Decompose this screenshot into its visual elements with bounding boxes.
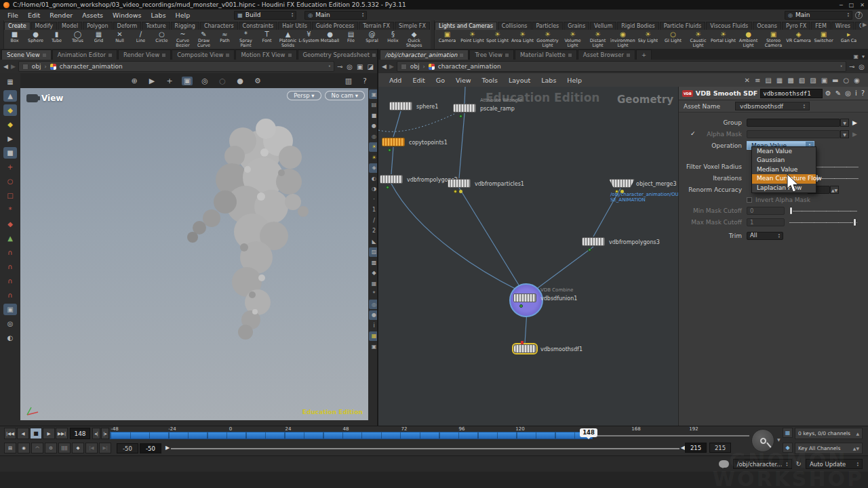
network-menu-item[interactable]: Labs [536, 77, 561, 84]
audio-button[interactable]: ◉ [18, 443, 30, 453]
dropdown-menu-item[interactable]: Gaussian [752, 156, 816, 165]
flipbook-icon[interactable]: ▦ [783, 428, 793, 438]
pin-icon[interactable]: ⊸ [849, 63, 854, 70]
radial-menu-icon[interactable]: ◎ [347, 63, 353, 70]
update-mode-combo[interactable]: Auto Update ▴▾ [806, 459, 863, 469]
menu-item[interactable]: Help [171, 12, 195, 19]
info-icon[interactable]: i [855, 89, 857, 97]
brush-icon[interactable]: ✎ [835, 89, 841, 97]
shelf-tool[interactable]: ▲Platonic Solids [277, 30, 298, 49]
snapshot-gallery-icon[interactable]: ▤ [369, 100, 377, 110]
path-root[interactable]: obj [410, 63, 420, 70]
paint-tool-icon[interactable]: ▲ [3, 232, 17, 244]
key-button[interactable] [751, 429, 774, 452]
vectors-icon[interactable]: 2 [369, 226, 377, 236]
shelf-tab[interactable]: Lights and Cameras [435, 22, 497, 30]
select-tool-icon[interactable]: ▶ [146, 77, 157, 85]
zoom-select-icon[interactable]: ◎ [199, 77, 210, 85]
soft-magnet-icon[interactable]: ∩ [3, 247, 17, 258]
pane-tab[interactable]: Tree View [469, 49, 514, 60]
shelf-tab[interactable]: Pyro FX [782, 22, 810, 30]
shelf-tool[interactable]: ≈Path [214, 30, 235, 49]
net-image-icon[interactable]: ▧ [799, 77, 805, 84]
alpha-mask-chooser-icon[interactable]: ▶ [852, 131, 857, 138]
max-mask-cutoff-input[interactable]: 1 [747, 218, 785, 226]
next-frame-button[interactable]: |▸ [101, 428, 109, 439]
playhead[interactable]: 148 [580, 428, 597, 437]
shelf-tool[interactable]: /Line [130, 30, 151, 49]
shelf-tool[interactable]: ▤File [340, 30, 361, 49]
node-body[interactable] [582, 237, 605, 246]
tab-close-icon[interactable] [568, 54, 572, 57]
net-enter-icon[interactable]: ◉ [854, 77, 860, 84]
shelf-tool[interactable]: ◉Environment Light [610, 30, 635, 49]
network-menu-item[interactable]: Edit [407, 77, 430, 84]
shelf-tab[interactable]: Constraints [239, 22, 278, 30]
shelf-tab[interactable]: Particles [532, 22, 564, 30]
node-body[interactable] [609, 179, 635, 188]
desktop-combo[interactable]: ▦ Build ▴▾ [234, 11, 296, 20]
pane-tab[interactable]: Geometry Spreadsheet [298, 49, 378, 60]
pane-tab[interactable]: + [636, 49, 652, 60]
range-start-input[interactable]: -50 [140, 443, 161, 453]
renorm-accuracy-spinner[interactable]: ▲▼ [830, 186, 839, 194]
alpha-mask-input[interactable] [747, 130, 840, 138]
tab-close-icon[interactable] [460, 54, 463, 57]
display-options-icon[interactable]: ⚙ [252, 77, 263, 85]
shelf-tab[interactable]: Rigid Bodies [617, 22, 658, 30]
menu-item[interactable]: Windows [108, 12, 146, 19]
node-body[interactable] [448, 179, 471, 188]
tab-close-icon[interactable] [108, 54, 112, 57]
magnet-edit-icon[interactable]: ∩ [3, 261, 17, 272]
pane-menu-icon[interactable]: ▾ [862, 54, 865, 60]
group-display-icon[interactable]: ▦ [369, 279, 377, 288]
global-time-button[interactable]: ⊙ [45, 443, 57, 453]
network-node[interactable]: sphere1 [389, 102, 412, 110]
primitive-normals-icon[interactable]: / [369, 216, 377, 225]
pane-tab[interactable]: Material Palette [515, 49, 577, 60]
shelf-tool[interactable]: TFont [256, 30, 277, 49]
shading-icon[interactable]: ◐ [369, 174, 377, 183]
shelf-tab[interactable]: Model [58, 22, 82, 30]
menu-item[interactable]: Edit [23, 12, 45, 19]
shelf-tool[interactable]: ■Box [4, 30, 25, 49]
magnet-sculpt-icon[interactable]: ∩ [3, 275, 17, 287]
window-button[interactable]: ✕ [860, 2, 865, 8]
shelf-tab[interactable]: FEM [811, 22, 831, 30]
shelf-tool[interactable]: ●Metaball [319, 30, 340, 49]
radial-menu-icon[interactable]: ◎ [859, 63, 865, 70]
group-dropdown-icon[interactable]: ▼ [840, 119, 849, 127]
jump-end-button[interactable]: ▶▶| [56, 428, 68, 439]
lock-selection-icon[interactable]: ■ [3, 147, 17, 159]
refresh-icon[interactable]: ↻ [796, 460, 802, 468]
pin-display-icon[interactable]: ● [369, 310, 377, 320]
background-image-icon[interactable]: ▨ [369, 247, 377, 257]
net-postit-icon[interactable]: ▣ [821, 77, 827, 84]
jump-start-button[interactable]: |◀◀ [4, 428, 16, 439]
invert-alpha-mask-checkbox[interactable] [747, 197, 752, 203]
menu-item[interactable]: File [3, 12, 23, 19]
filter-voxel-radius-slider[interactable] [810, 163, 859, 171]
min-mask-cutoff-input[interactable]: 0 [747, 207, 785, 215]
shelf-tool[interactable]: ☀Sky Light [635, 30, 660, 49]
realtime-toggle-button[interactable]: ◠ [31, 443, 43, 453]
prev-key-button[interactable]: |◀ [85, 443, 98, 453]
shelf-tool[interactable]: §Helix [382, 30, 403, 49]
info-display-icon[interactable]: i [369, 321, 377, 330]
shelf-tab[interactable]: Characters [200, 22, 238, 30]
timeline-ruler[interactable]: -48-24024487296120168192 148 [110, 426, 749, 441]
anim-options-button[interactable]: ▤ [4, 443, 16, 453]
right-desktop-combo[interactable]: ◎ Main ▴▾ [785, 11, 852, 20]
shelf-tab[interactable]: Create [4, 22, 31, 30]
shelf-tool[interactable]: ◆Quick Shapes [403, 30, 425, 49]
range-end-input[interactable]: 215 [685, 443, 707, 453]
network-menu-item[interactable]: View [450, 77, 477, 84]
node-body[interactable] [380, 175, 403, 184]
visibility-icon[interactable]: ▲ [3, 90, 17, 102]
shelf-tab[interactable]: Grains [564, 22, 589, 30]
path-node[interactable]: character_animation [60, 63, 123, 70]
pane-split-icon[interactable]: ▣ [853, 54, 859, 60]
world-axes-icon[interactable]: ◎ [369, 131, 377, 141]
stop-button[interactable]: ■ [30, 428, 42, 439]
shelf-tool[interactable]: ▣Switcher [811, 30, 836, 49]
